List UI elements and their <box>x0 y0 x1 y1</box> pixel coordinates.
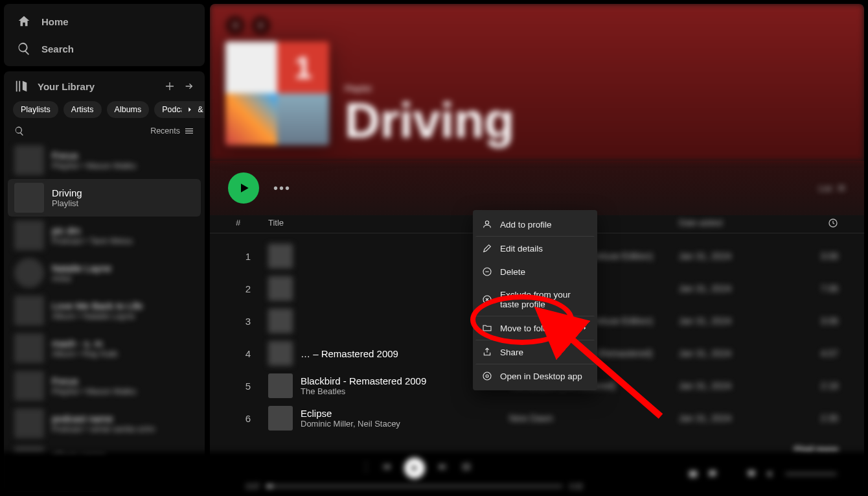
library-icon <box>14 79 29 93</box>
library-item[interactable]: Focus Playlist • Mason Malko <box>8 141 201 179</box>
chips-next-button[interactable] <box>181 101 198 118</box>
ctx-open-desktop[interactable]: Open in Desktop app <box>475 364 595 388</box>
track-artist: The Beatles <box>301 386 426 396</box>
chevron-left-icon <box>230 20 240 30</box>
arrow-right-icon[interactable] <box>184 81 194 91</box>
ctx-move-to-folder-label: Move to folder <box>500 324 556 333</box>
track-duration: 2:35 <box>799 413 838 423</box>
play-icon <box>410 464 419 473</box>
repeat-icon <box>461 462 472 472</box>
library-item[interactable]: podcast name Podcast • serial sanita sch… <box>8 405 201 442</box>
view-toggle[interactable]: List <box>819 183 846 193</box>
sidebar: Home Search Your Library Playlists <box>4 4 205 492</box>
library-item-thumb <box>14 333 44 363</box>
ctx-move-to-folder[interactable]: Move to folder <box>475 316 595 340</box>
sidebar-top-panel: Home Search <box>4 4 205 66</box>
track-thumb <box>268 309 293 333</box>
track-row[interactable]: 6 Eclipse Dominic Miller, Neil Stacey Ne… <box>229 402 845 434</box>
library-item[interactable]: Driving Playlist <box>8 179 201 217</box>
shuffle-button[interactable] <box>358 462 368 475</box>
repeat-button[interactable] <box>461 462 472 475</box>
library-item[interactable]: Love Me Back to Life Album • Natalie Lay… <box>8 292 201 329</box>
ctx-add-to-profile[interactable]: Add to profile <box>475 213 595 236</box>
library-item-sub: Podcast • serial sanita schn <box>52 424 155 434</box>
profile-icon <box>482 219 492 230</box>
track-number: 4 <box>236 348 260 359</box>
fullscreen-icon[interactable] <box>846 469 856 479</box>
chip-artists[interactable]: Artists <box>63 101 102 118</box>
volume-bar[interactable] <box>785 473 837 475</box>
track-number: 2 <box>236 283 260 294</box>
track-duration: 4:07 <box>799 348 838 359</box>
library-item-title: pic dm <box>52 225 133 236</box>
devices-icon[interactable] <box>746 469 757 479</box>
library-item-sub: Playlist • Mason Malko <box>52 386 136 396</box>
chip-albums[interactable]: Albums <box>107 101 150 118</box>
library-header[interactable]: Your Library <box>14 79 95 93</box>
caret-right-icon <box>582 325 588 331</box>
ctx-share-label: Share <box>500 348 523 357</box>
col-date: Date added <box>679 218 792 230</box>
chevron-right-icon <box>185 105 194 114</box>
plus-icon[interactable] <box>165 81 175 91</box>
play-button[interactable] <box>228 172 259 204</box>
next-button[interactable] <box>438 462 448 475</box>
library-item[interactable]: pic dm Podcast • Tami Weiss <box>8 217 201 254</box>
library-sort[interactable]: Recents <box>150 126 194 136</box>
library-item-title: Focus <box>52 150 136 161</box>
playlist-cover[interactable]: 1 <box>225 41 329 145</box>
ctx-delete-label: Delete <box>500 267 525 277</box>
minus-circle-icon <box>482 266 492 277</box>
play-pause-button[interactable] <box>404 458 425 478</box>
main-view: 1 Playlist Driving ••• List # Title Albu… <box>210 4 864 492</box>
ctx-delete[interactable]: Delete <box>475 260 595 283</box>
track-thumb <box>268 406 293 431</box>
ctx-exclude[interactable]: Exclude from your taste profile <box>475 283 595 316</box>
track-title: … – Remastered 2009 <box>301 348 398 359</box>
home-icon <box>17 14 31 29</box>
library-item-thumb <box>14 408 44 438</box>
library-item-sub: Playlist • Mason Malko <box>52 161 136 171</box>
progress-bar[interactable] <box>266 485 562 488</box>
more-options-button[interactable]: ••• <box>273 181 291 196</box>
x-circle-icon <box>482 294 492 305</box>
track-thumb <box>268 341 293 366</box>
nav-back-button[interactable] <box>225 16 245 35</box>
library-item-title: podcast name <box>52 413 155 424</box>
track-title: Blackbird - Remastered 2009 <box>301 375 426 386</box>
now-playing-view-icon[interactable] <box>688 469 698 479</box>
ctx-open-desktop-label: Open in Desktop app <box>500 372 582 381</box>
skip-forward-icon <box>438 462 448 472</box>
track-number: 1 <box>236 251 260 262</box>
track-duration: 3:06 <box>799 316 838 326</box>
view-toggle-label: List <box>819 183 832 193</box>
ctx-edit-details[interactable]: Edit details <box>475 236 595 260</box>
library-item[interactable]: mash - s. m Album • Ray Kalb <box>8 329 201 367</box>
time-elapsed: 0:07 <box>246 482 260 490</box>
nav-search[interactable]: Search <box>4 35 205 62</box>
library-item-thumb <box>14 371 44 401</box>
track-thumb <box>268 276 293 301</box>
library-item[interactable]: Natalie Layne Artist <box>8 254 201 292</box>
ctx-exclude-label: Exclude from your taste profile <box>500 290 588 309</box>
ctx-add-to-profile-label: Add to profile <box>500 220 552 230</box>
clock-icon <box>828 218 838 228</box>
library-item-thumb <box>14 296 44 325</box>
track-date: Jan 31, 2024 <box>679 348 792 359</box>
hero-type: Playlist <box>345 84 514 93</box>
search-in-library-icon[interactable] <box>14 126 25 136</box>
play-icon <box>238 182 251 195</box>
lyrics-icon[interactable] <box>707 469 718 479</box>
nav-forward-button[interactable] <box>251 16 271 35</box>
ctx-share[interactable]: Share <box>475 340 595 364</box>
queue-icon[interactable] <box>727 469 737 479</box>
chip-playlists[interactable]: Playlists <box>13 101 58 118</box>
volume-icon[interactable] <box>766 469 776 479</box>
prev-button[interactable] <box>381 462 391 475</box>
library-item-sub: Podcast • Tami Weiss <box>52 236 133 246</box>
track-number: 5 <box>236 381 260 392</box>
shuffle-icon <box>358 462 368 472</box>
nav-home[interactable]: Home <box>4 8 205 35</box>
library-list: Focus Playlist • Mason Malko Driving Pla… <box>4 141 205 492</box>
library-item[interactable]: Focus Playlist • Mason Malko <box>8 367 201 405</box>
